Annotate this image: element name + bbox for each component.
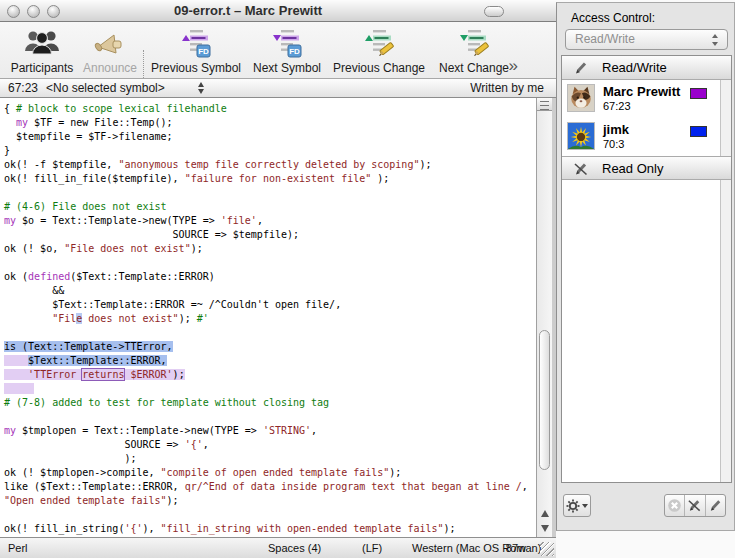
- svg-text:FD: FD: [289, 47, 300, 56]
- permission-buttons: [664, 494, 726, 517]
- participant-color-swatch: [690, 126, 707, 137]
- scroll-down-arrow[interactable]: [537, 521, 552, 536]
- code-line: [4, 508, 528, 522]
- toolbar-toggle-pill[interactable]: [484, 6, 504, 17]
- code-line: ok (! $o, "File does not exist");: [4, 242, 528, 256]
- indent-popup[interactable]: Spaces (4): [268, 542, 321, 554]
- symbol-popup[interactable]: <No selected symbol>: [46, 81, 165, 95]
- participant-row-marc-prewitt[interactable]: Marc Prewitt 67:23: [562, 80, 731, 118]
- popup-stepper-icon: [711, 34, 720, 46]
- announce-megaphone-icon: [80, 25, 140, 61]
- participant-location: 67:23: [603, 100, 631, 112]
- code-area[interactable]: { # block to scope lexical filehandle my…: [4, 102, 528, 536]
- code-line: ok(! fill_in_string('{'), "fill_in_strin…: [4, 522, 528, 536]
- editor-window: 09-error.t – Marc Prewitt Participants: [0, 0, 556, 558]
- code-line: # (7-8) added to test for template witho…: [4, 396, 528, 410]
- code-line: [4, 382, 528, 396]
- code-line: [4, 410, 528, 424]
- scrollbar-thumb[interactable]: [539, 330, 550, 470]
- code-line: [4, 256, 528, 270]
- text-editor[interactable]: { # block to scope lexical filehandle my…: [0, 98, 536, 537]
- next-symbol-icon: FD: [246, 25, 328, 61]
- read-write-section-header[interactable]: Read/Write: [562, 56, 731, 80]
- pencil-icon: [708, 498, 723, 513]
- announce-button[interactable]: Announce: [80, 25, 140, 77]
- previous-change-button[interactable]: Previous Change: [330, 25, 428, 77]
- participants-list: Read/Write Marc Prewitt 67:23: [561, 55, 732, 483]
- gear-dropdown-arrow-icon: [582, 504, 588, 508]
- code-line: my $o = Text::Template->new(TYPE => 'fil…: [4, 214, 528, 228]
- next-change-icon: [432, 25, 516, 61]
- toolbar: Participants Announce: [0, 22, 556, 79]
- participant-name: jimk: [603, 122, 629, 137]
- code-line: { # block to scope lexical filehandle: [4, 102, 528, 116]
- previous-symbol-button[interactable]: FD Previous Symbol: [148, 25, 244, 77]
- access-control-drawer: Access Control: Read/Write Read/Write: [556, 2, 735, 531]
- sunflower-avatar: [567, 122, 595, 150]
- svg-text:FD: FD: [198, 47, 209, 56]
- code-line: );: [4, 452, 528, 466]
- code-line: my $tmplopen = Text::Template->new(TYPE …: [4, 424, 528, 438]
- scroll-up-arrow[interactable]: [537, 506, 552, 521]
- circle-x-icon: [667, 498, 682, 513]
- symbol-bar: 67:23 <No selected symbol> Written by me: [0, 79, 556, 98]
- window-resize-grip[interactable]: [540, 542, 554, 556]
- code-line: ok (defined($Text::Template::ERROR): [4, 270, 528, 284]
- code-line: $Text::Template::ERROR,: [4, 354, 528, 368]
- crossed-pencil-icon: [687, 498, 702, 513]
- code-line: "Open ended template fails");: [4, 494, 528, 508]
- deny-access-button[interactable]: [665, 495, 685, 516]
- previous-change-icon: [330, 25, 428, 61]
- code-line: my $TF = new File::Temp();: [4, 116, 528, 130]
- editor-vertical-scrollbar[interactable]: [536, 98, 552, 537]
- split-view-handle[interactable]: [537, 98, 552, 111]
- action-gear-button[interactable]: [563, 494, 591, 517]
- code-line: SOURCE => '{',: [4, 438, 528, 452]
- line-endings-popup[interactable]: (LF): [362, 542, 382, 554]
- written-by-status: Written by me: [470, 81, 544, 95]
- code-line: SOURCE => $tempfile);: [4, 228, 528, 242]
- drawer-action-bar: [557, 491, 734, 523]
- status-bar: Perl Spaces (4) (LF) Western (Mac OS Rom…: [0, 537, 556, 558]
- access-control-label: Access Control:: [571, 11, 655, 25]
- participant-name: Marc Prewitt: [603, 84, 680, 99]
- code-line: }: [4, 144, 528, 158]
- code-line: $Text::Template::ERROR =~ /^Couldn't ope…: [4, 298, 528, 312]
- set-read-only-button[interactable]: [685, 495, 705, 516]
- read-only-section-header[interactable]: Read Only: [562, 156, 731, 180]
- word-count: 87w: [506, 542, 526, 554]
- code-line: [4, 186, 528, 200]
- code-line: "File does not exist"); #': [4, 312, 528, 326]
- title-bar[interactable]: 09-error.t – Marc Prewitt: [0, 0, 556, 22]
- next-change-button[interactable]: Next Change: [432, 25, 516, 77]
- previous-symbol-icon: FD: [148, 25, 244, 61]
- set-read-write-button[interactable]: [706, 495, 725, 516]
- participants-icon: [6, 25, 78, 61]
- code-line: ok (! $tmplopen->compile, "compile of op…: [4, 466, 528, 480]
- code-line: $tempfile = $TF->filename;: [4, 130, 528, 144]
- pencil-icon: [573, 60, 589, 76]
- next-symbol-button[interactable]: FD Next Symbol: [246, 25, 328, 77]
- code-line: like ($Text::Template::ERROR, qr/^End of…: [4, 480, 528, 494]
- drawer-bottom-gap: [556, 531, 735, 558]
- permission-popup[interactable]: Read/Write: [565, 29, 728, 50]
- toolbar-overflow-chevron[interactable]: »: [509, 56, 516, 76]
- participant-color-swatch: [690, 88, 707, 99]
- code-line: [4, 326, 528, 340]
- participant-row-jimk[interactable]: jimk 70:3: [562, 118, 731, 156]
- code-line: is (Text::Template->TTError,: [4, 340, 528, 354]
- cat-avatar: [567, 84, 595, 112]
- gear-icon: [566, 499, 580, 513]
- cursor-position: 67:23: [8, 81, 38, 95]
- participant-location: 70:3: [603, 138, 624, 150]
- code-line: ok(! fill_in_file($tempfile), "failure f…: [4, 172, 528, 186]
- participants-button[interactable]: Participants: [6, 25, 78, 77]
- language-mode-popup[interactable]: Perl: [8, 542, 28, 554]
- window-title: 09-error.t – Marc Prewitt: [0, 3, 496, 18]
- symbol-popup-stepper-icon[interactable]: [197, 82, 205, 94]
- code-line: &&: [4, 284, 528, 298]
- crossed-pencil-icon: [573, 161, 589, 177]
- code-line: 'TTError returns $ERROR');: [4, 368, 528, 382]
- code-line: # (4-6) File does not exist: [4, 200, 528, 214]
- code-line: ok(! -f $tempfile, "anonymous temp file …: [4, 158, 528, 172]
